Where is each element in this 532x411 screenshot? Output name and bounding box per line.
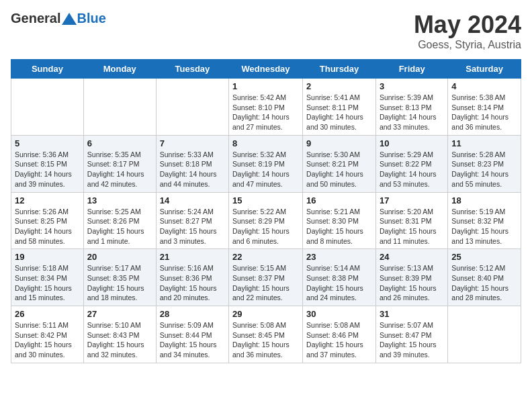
week-row-0: 1Sunrise: 5:42 AM Sunset: 8:10 PM Daylig…	[11, 79, 521, 136]
day-number: 28	[160, 309, 225, 319]
calendar-cell: 19Sunrise: 5:18 AM Sunset: 8:34 PM Dayli…	[11, 249, 84, 306]
day-info: Sunrise: 5:38 AM Sunset: 8:14 PM Dayligh…	[451, 93, 517, 132]
day-number: 17	[380, 195, 444, 205]
day-number: 12	[15, 195, 80, 205]
day-info: Sunrise: 5:30 AM Sunset: 8:21 PM Dayligh…	[306, 150, 372, 189]
day-header-monday: Monday	[83, 60, 156, 79]
calendar-cell	[448, 306, 521, 363]
logo-icon	[62, 13, 77, 25]
day-info: Sunrise: 5:13 AM Sunset: 8:39 PM Dayligh…	[380, 263, 444, 303]
calendar-cell: 20Sunrise: 5:17 AM Sunset: 8:35 PM Dayli…	[83, 249, 156, 306]
day-number: 18	[451, 195, 517, 205]
calendar-cell: 6Sunrise: 5:35 AM Sunset: 8:17 PM Daylig…	[83, 135, 156, 192]
calendar-cell: 25Sunrise: 5:12 AM Sunset: 8:40 PM Dayli…	[448, 249, 521, 306]
logo: General Blue	[11, 11, 106, 26]
day-header-wednesday: Wednesday	[229, 60, 303, 79]
day-number: 20	[87, 252, 152, 262]
location-title: Goess, Styria, Austria	[414, 39, 521, 51]
week-row-3: 19Sunrise: 5:18 AM Sunset: 8:34 PM Dayli…	[11, 249, 521, 306]
logo-general-text: General	[11, 11, 60, 26]
day-number: 13	[87, 195, 152, 205]
title-area: May 2024 Goess, Styria, Austria	[414, 11, 521, 51]
day-info: Sunrise: 5:21 AM Sunset: 8:30 PM Dayligh…	[306, 207, 372, 246]
header: General Blue May 2024 Goess, Styria, Aus…	[11, 11, 521, 51]
week-row-1: 5Sunrise: 5:36 AM Sunset: 8:15 PM Daylig…	[11, 135, 521, 192]
calendar-cell: 23Sunrise: 5:14 AM Sunset: 8:38 PM Dayli…	[303, 249, 376, 306]
day-number: 6	[87, 138, 152, 148]
day-number: 14	[160, 195, 225, 205]
day-number: 2	[306, 81, 372, 91]
calendar-cell: 26Sunrise: 5:11 AM Sunset: 8:42 PM Dayli…	[11, 306, 84, 363]
calendar-cell: 30Sunrise: 5:08 AM Sunset: 8:46 PM Dayli…	[303, 306, 376, 363]
day-number: 21	[160, 252, 225, 262]
calendar-cell: 14Sunrise: 5:24 AM Sunset: 8:27 PM Dayli…	[156, 192, 228, 249]
day-number: 19	[15, 252, 80, 262]
calendar-cell: 18Sunrise: 5:19 AM Sunset: 8:32 PM Dayli…	[448, 192, 521, 249]
day-header-tuesday: Tuesday	[156, 60, 228, 79]
day-number: 27	[87, 309, 152, 319]
day-number: 26	[15, 309, 80, 319]
calendar-cell: 13Sunrise: 5:25 AM Sunset: 8:26 PM Dayli…	[83, 192, 156, 249]
month-title: May 2024	[414, 11, 521, 39]
day-info: Sunrise: 5:26 AM Sunset: 8:25 PM Dayligh…	[15, 207, 80, 246]
week-row-4: 26Sunrise: 5:11 AM Sunset: 8:42 PM Dayli…	[11, 306, 521, 363]
logo-blue-text: Blue	[77, 11, 105, 26]
day-number: 7	[160, 138, 225, 148]
day-info: Sunrise: 5:41 AM Sunset: 8:11 PM Dayligh…	[306, 93, 372, 132]
calendar-cell: 31Sunrise: 5:07 AM Sunset: 8:47 PM Dayli…	[375, 306, 447, 363]
day-info: Sunrise: 5:19 AM Sunset: 8:32 PM Dayligh…	[451, 207, 517, 246]
day-info: Sunrise: 5:36 AM Sunset: 8:15 PM Dayligh…	[15, 150, 80, 189]
calendar-cell: 27Sunrise: 5:10 AM Sunset: 8:43 PM Dayli…	[83, 306, 156, 363]
calendar-cell	[156, 79, 228, 136]
calendar-cell: 9Sunrise: 5:30 AM Sunset: 8:21 PM Daylig…	[303, 135, 376, 192]
day-header-thursday: Thursday	[303, 60, 376, 79]
day-number: 22	[232, 252, 299, 262]
day-header-saturday: Saturday	[448, 60, 521, 79]
day-number: 16	[306, 195, 372, 205]
calendar-cell: 4Sunrise: 5:38 AM Sunset: 8:14 PM Daylig…	[448, 79, 521, 136]
day-info: Sunrise: 5:11 AM Sunset: 8:42 PM Dayligh…	[15, 320, 80, 360]
calendar-cell: 1Sunrise: 5:42 AM Sunset: 8:10 PM Daylig…	[229, 79, 303, 136]
calendar-table: SundayMondayTuesdayWednesdayThursdayFrid…	[11, 59, 521, 363]
day-info: Sunrise: 5:15 AM Sunset: 8:37 PM Dayligh…	[232, 263, 299, 303]
day-info: Sunrise: 5:10 AM Sunset: 8:43 PM Dayligh…	[87, 320, 152, 360]
calendar-cell: 8Sunrise: 5:32 AM Sunset: 8:19 PM Daylig…	[229, 135, 303, 192]
day-info: Sunrise: 5:32 AM Sunset: 8:19 PM Dayligh…	[232, 150, 299, 189]
calendar-cell: 3Sunrise: 5:39 AM Sunset: 8:13 PM Daylig…	[375, 79, 447, 136]
day-info: Sunrise: 5:39 AM Sunset: 8:13 PM Dayligh…	[380, 93, 444, 132]
day-number: 5	[15, 138, 80, 148]
calendar-cell	[11, 79, 84, 136]
calendar-cell: 15Sunrise: 5:22 AM Sunset: 8:29 PM Dayli…	[229, 192, 303, 249]
day-info: Sunrise: 5:08 AM Sunset: 8:45 PM Dayligh…	[232, 320, 299, 360]
calendar-cell: 7Sunrise: 5:33 AM Sunset: 8:18 PM Daylig…	[156, 135, 228, 192]
calendar-cell: 2Sunrise: 5:41 AM Sunset: 8:11 PM Daylig…	[303, 79, 376, 136]
day-info: Sunrise: 5:08 AM Sunset: 8:46 PM Dayligh…	[306, 320, 372, 360]
day-number: 3	[380, 81, 444, 91]
calendar-cell: 11Sunrise: 5:28 AM Sunset: 8:23 PM Dayli…	[448, 135, 521, 192]
day-number: 4	[451, 81, 517, 91]
calendar-cell: 24Sunrise: 5:13 AM Sunset: 8:39 PM Dayli…	[375, 249, 447, 306]
days-header-row: SundayMondayTuesdayWednesdayThursdayFrid…	[11, 60, 521, 79]
day-info: Sunrise: 5:07 AM Sunset: 8:47 PM Dayligh…	[380, 320, 444, 360]
day-number: 8	[232, 138, 299, 148]
day-number: 31	[380, 309, 444, 319]
week-row-2: 12Sunrise: 5:26 AM Sunset: 8:25 PM Dayli…	[11, 192, 521, 249]
calendar-cell: 29Sunrise: 5:08 AM Sunset: 8:45 PM Dayli…	[229, 306, 303, 363]
calendar-cell: 17Sunrise: 5:20 AM Sunset: 8:31 PM Dayli…	[375, 192, 447, 249]
day-info: Sunrise: 5:42 AM Sunset: 8:10 PM Dayligh…	[232, 93, 299, 132]
day-number: 25	[451, 252, 517, 262]
calendar-cell: 28Sunrise: 5:09 AM Sunset: 8:44 PM Dayli…	[156, 306, 228, 363]
day-header-friday: Friday	[375, 60, 447, 79]
day-info: Sunrise: 5:25 AM Sunset: 8:26 PM Dayligh…	[87, 207, 152, 246]
day-info: Sunrise: 5:20 AM Sunset: 8:31 PM Dayligh…	[380, 207, 444, 246]
day-info: Sunrise: 5:12 AM Sunset: 8:40 PM Dayligh…	[451, 263, 517, 303]
calendar-cell	[83, 79, 156, 136]
day-info: Sunrise: 5:17 AM Sunset: 8:35 PM Dayligh…	[87, 263, 152, 303]
day-info: Sunrise: 5:28 AM Sunset: 8:23 PM Dayligh…	[451, 150, 517, 189]
day-number: 11	[451, 138, 517, 148]
day-number: 15	[232, 195, 299, 205]
calendar-cell: 21Sunrise: 5:16 AM Sunset: 8:36 PM Dayli…	[156, 249, 228, 306]
day-number: 23	[306, 252, 372, 262]
day-number: 24	[380, 252, 444, 262]
calendar-cell: 12Sunrise: 5:26 AM Sunset: 8:25 PM Dayli…	[11, 192, 84, 249]
